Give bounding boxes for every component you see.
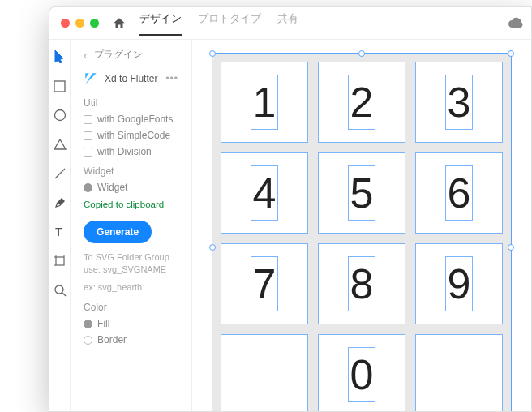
radio-border[interactable]: Border [84, 334, 178, 345]
plugin-panel: ‹ プラグイン Xd to Flutter ••• Util with Goog… [71, 40, 192, 411]
checkbox-division[interactable]: with Division [84, 146, 178, 157]
section-util: Util [84, 97, 178, 109]
cloud-sync-icon[interactable] [508, 17, 523, 28]
tab-share[interactable]: 共有 [277, 11, 298, 36]
keypad-digit: 4 [253, 169, 277, 217]
svg-text:T: T [55, 226, 62, 238]
tab-design[interactable]: デザイン [139, 11, 182, 36]
panel-breadcrumb[interactable]: ‹ プラグイン [84, 48, 178, 62]
keypad-key-5[interactable]: 5 [318, 152, 405, 234]
keypad-digit: 7 [253, 260, 277, 308]
text-tool-icon[interactable]: T [53, 225, 67, 239]
keypad-key-9[interactable]: 9 [415, 243, 503, 324]
pen-tool-icon[interactable] [53, 195, 67, 210]
chevron-left-icon: ‹ [84, 49, 88, 62]
line-tool-icon[interactable] [53, 166, 67, 181]
keypad-key-3[interactable]: 3 [415, 62, 503, 143]
rectangle-tool-icon[interactable] [53, 79, 67, 93]
keypad-key-1[interactable]: 1 [221, 62, 308, 143]
keypad-key-blank[interactable] [221, 334, 308, 412]
ellipse-tool-icon[interactable] [53, 108, 67, 122]
keypad-key-4[interactable]: 4 [221, 152, 308, 234]
tab-prototype[interactable]: プロトタイプ [198, 11, 261, 36]
svg-rect-0 [54, 81, 65, 92]
generate-button[interactable]: Generate [84, 221, 152, 243]
hint-svg-example: ex: svg_hearth [84, 281, 178, 294]
tool-strip: T [49, 40, 71, 411]
artboard-tool-icon[interactable] [53, 254, 67, 268]
home-icon[interactable] [112, 16, 127, 31]
radio-widget[interactable]: Widget [84, 182, 178, 193]
checkbox-simplecode[interactable]: with SimpleCode [84, 130, 178, 141]
plugin-more-icon[interactable]: ••• [165, 73, 178, 84]
keypad-digit: 2 [350, 78, 374, 127]
selection-handle[interactable] [508, 50, 514, 57]
selection-handle[interactable] [508, 244, 514, 251]
selection-handle[interactable] [358, 50, 365, 57]
plugin-logo-icon [84, 71, 98, 86]
keypad-key-8[interactable]: 8 [318, 243, 405, 324]
keypad-key-blank[interactable] [415, 334, 503, 412]
canvas[interactable]: 1234567890 [192, 40, 531, 411]
selection-handle[interactable] [209, 50, 216, 57]
keypad-key-7[interactable]: 7 [221, 243, 308, 324]
zoom-tool-icon[interactable] [53, 283, 67, 298]
window-minimize[interactable] [75, 19, 84, 28]
section-widget: Widget [84, 165, 178, 177]
checkbox-googlefonts[interactable]: with GoogleFonts [84, 114, 178, 125]
panel-back-label: プラグイン [94, 48, 143, 62]
triangle-tool-icon[interactable] [53, 137, 67, 152]
svg-point-1 [54, 110, 65, 121]
svg-point-9 [55, 285, 63, 294]
selection-handle[interactable] [209, 244, 216, 251]
window-close[interactable] [61, 19, 70, 28]
keypad-digit: 9 [448, 260, 471, 308]
svg-rect-4 [56, 257, 64, 265]
keypad-digit: 8 [350, 260, 374, 308]
radio-fill[interactable]: Fill [84, 318, 178, 329]
keypad-key-0[interactable]: 0 [318, 334, 405, 412]
artboard-keypad[interactable]: 1234567890 [212, 53, 512, 412]
plugin-name: Xd to Flutter [105, 73, 159, 84]
window-zoom[interactable] [90, 19, 99, 28]
keypad-digit: 1 [253, 78, 277, 127]
keypad-digit: 6 [448, 169, 471, 217]
keypad-digit: 3 [448, 78, 471, 127]
keypad-key-6[interactable]: 6 [415, 152, 503, 234]
hint-svg-folder: To SVG Folder Group use: svg_SVGNAME [84, 251, 178, 277]
select-tool-icon[interactable] [53, 49, 67, 64]
keypad-digit: 0 [350, 350, 374, 399]
copied-status: Copied to clipboard [84, 200, 178, 209]
keypad-key-2[interactable]: 2 [318, 62, 405, 143]
svg-line-2 [55, 169, 65, 178]
keypad-digit: 5 [350, 169, 374, 217]
section-color: Color [84, 302, 178, 313]
svg-line-10 [62, 293, 66, 296]
